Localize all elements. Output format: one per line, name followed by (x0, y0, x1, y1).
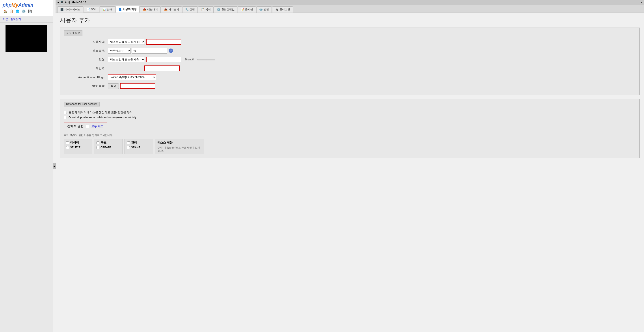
back-button[interactable]: ◀ (57, 1, 59, 4)
tab-import[interactable]: 📥 가져오기 (161, 6, 182, 12)
user-tab-icon: 👤 (118, 8, 122, 11)
tab-sql[interactable]: 📄 SQL (84, 6, 99, 12)
structure-section-checkbox[interactable] (96, 141, 100, 144)
password-label: 암호: (64, 58, 108, 62)
tab-export[interactable]: 📤 내보내기 (140, 6, 161, 12)
hostname-row: 호스트명: 아무데서나로컬호스트 사용:IP 주소 사용: ? (64, 48, 636, 54)
sql-tab-icon: 📄 (86, 8, 90, 11)
data-section-checkbox[interactable] (66, 141, 69, 144)
database-tab-icon: 🗄️ (60, 8, 64, 11)
status-tab-icon: 📊 (102, 8, 106, 11)
auth-plugin-controls: Native MySQL authenticationsha256_passwo… (108, 74, 156, 80)
wildcard-label[interactable]: Grant all privileges on wildcard name (u… (68, 116, 136, 119)
generate-button[interactable]: 생성 (108, 83, 119, 89)
generate-input[interactable] (120, 83, 156, 89)
sidebar-collapse-btn[interactable]: ◀ (53, 163, 56, 169)
hostname-type-select[interactable]: 아무데서나로컬호스트 사용:IP 주소 사용: (108, 48, 131, 54)
plugins-tab-icon: 🔌 (275, 8, 278, 11)
resource-note: 주의: 이 옵션을 0으로 하면 제한이 없어집니다. (157, 146, 202, 152)
sidebar-icon-row: 🏠 📋 🌐 ⚙️ 💾 (3, 9, 50, 14)
logo-my: My (12, 2, 18, 8)
create-checkbox[interactable] (96, 146, 100, 149)
replication-tab-icon: 📋 (201, 8, 204, 11)
create-label: CREATE (100, 146, 111, 149)
favorites-link[interactable]: 즐겨찾기 (10, 18, 21, 21)
create-db-checkbox[interactable] (64, 111, 67, 114)
login-section: 로그인 정보 사용자명: 텍스트 입력 필드를 사용:임의의 값 사용: 호스트… (60, 28, 640, 95)
save-icon[interactable]: 💾 (27, 9, 32, 14)
admin-section-checkbox[interactable] (127, 141, 130, 144)
globe-icon[interactable]: 🌐 (15, 9, 20, 14)
tab-plugins-label: 플러그인 (280, 8, 290, 12)
sidebar-db-tree (6, 25, 48, 52)
grant-checkbox[interactable] (127, 146, 130, 149)
tab-plugins[interactable]: 🔌 플러그인 (272, 6, 293, 12)
auth-plugin-row: Authentication Plugin Native MySQL authe… (64, 74, 636, 80)
resource-section-label: 리소스 제한 (157, 141, 172, 144)
select-checkbox[interactable] (66, 146, 69, 149)
tab-replication-label: 복제 (206, 8, 211, 12)
tab-database[interactable]: 🗄️ 데이터베이스 (57, 6, 83, 12)
close-server-btn[interactable]: ✕ (640, 1, 642, 4)
tab-variables-label: 환경설정값 (221, 8, 234, 12)
retype-controls (108, 66, 180, 71)
phpmyadmin-logo[interactable]: phpMyAdmin (3, 2, 50, 8)
tab-variables[interactable]: ⚙️ 환경설정값 (214, 6, 237, 12)
retype-input[interactable] (144, 66, 180, 71)
global-priv-box: 전체적 권한 모두 체크 (64, 122, 107, 130)
tab-status[interactable]: 📊 상태 (100, 6, 115, 12)
hostname-label: 호스트명: (64, 49, 108, 53)
import-tab-icon: 📥 (164, 8, 168, 11)
wildcard-checkbox-row: Grant all privileges on wildcard name (u… (64, 116, 636, 119)
server-name: 서버: MariaDB 10 (65, 1, 86, 4)
main-area: ◀ 🖥️ 서버: MariaDB 10 ✕ 🗄️ 데이터베이스 📄 SQL 📊 … (56, 0, 644, 332)
admin-section-label: 관리 (131, 141, 137, 144)
admin-section-box: 관리 GRANT (124, 139, 153, 154)
database-legend: Database for user account (64, 102, 100, 106)
mysql-note: 주의: MySQL 권한 이름은 영어로 표시됩니다. (64, 134, 636, 137)
create-db-label[interactable]: 동명의 데이터베이스를 생성하고 모든 권한을 부여. (68, 110, 134, 114)
create-priv-item: CREATE (96, 146, 120, 149)
settings-icon[interactable]: ⚙️ (21, 9, 26, 14)
wildcard-checkbox[interactable] (64, 116, 67, 119)
auth-plugin-select[interactable]: Native MySQL authenticationsha256_passwo… (108, 74, 156, 80)
resource-section-title: 리소스 제한 (157, 141, 202, 144)
username-input[interactable] (146, 39, 182, 45)
data-section-title: 데이터 (66, 141, 90, 144)
password-input[interactable] (146, 57, 182, 62)
server-line: ◀ 🖥️ 서버: MariaDB 10 ✕ (56, 0, 644, 5)
hostname-help-icon[interactable]: ? (168, 48, 173, 53)
select-label: SELECT (70, 146, 80, 149)
tab-user-account[interactable]: 👤 사용자 계정 (116, 6, 140, 12)
hostname-input[interactable] (132, 48, 167, 54)
priv-sections: 데이터 SELECT 구조 CREATE (64, 139, 636, 154)
password-type-select[interactable]: 텍스트 입력 필드를 사용:임의의 값 사용:없음: (108, 57, 145, 62)
username-controls: 텍스트 입력 필드를 사용:임의의 값 사용: (108, 39, 182, 45)
login-legend: 로그인 정보 (64, 30, 82, 36)
sidebar: phpMyAdmin 🏠 📋 🌐 ⚙️ 💾 최근 즐겨찾기 (0, 0, 53, 332)
home-icon[interactable]: 🏠 (3, 9, 8, 14)
username-type-select[interactable]: 텍스트 입력 필드를 사용:임의의 값 사용: (108, 39, 145, 45)
check-all-label[interactable]: 모두 체크 (91, 124, 104, 128)
structure-section-box: 구조 CREATE (94, 139, 123, 154)
retype-label: 재입력: (64, 66, 108, 70)
table-icon[interactable]: 📋 (9, 9, 14, 14)
tab-engine[interactable]: ⚙️ 엔진 (256, 6, 272, 12)
check-all-checkbox[interactable] (86, 125, 89, 128)
resource-section-box: 리소스 제한 주의: 이 옵션을 0으로 하면 제한이 없어집니다. (155, 139, 204, 154)
generate-row: 암호 생성: 생성 (64, 83, 636, 89)
grant-priv-item: GRANT (127, 146, 151, 149)
tab-replication[interactable]: 📋 복제 (198, 6, 214, 12)
tab-database-label: 데이터베이스 (64, 8, 80, 12)
logo-admin: Admin (18, 2, 33, 8)
tab-charset[interactable]: 📝 문자셋 (238, 6, 256, 12)
recent-link[interactable]: 최근 (3, 18, 8, 21)
admin-section-title: 관리 (127, 141, 151, 144)
tab-settings-label: 설정 (190, 8, 195, 12)
strength-bar (198, 59, 215, 60)
tab-import-label: 가져오기 (168, 8, 179, 12)
tab-settings[interactable]: 🔧 설정 (182, 6, 198, 12)
strength-label: Strength: (184, 58, 195, 61)
password-controls: 텍스트 입력 필드를 사용:임의의 값 사용:없음: Strength: (108, 57, 215, 62)
data-section-label: 데이터 (70, 141, 79, 144)
